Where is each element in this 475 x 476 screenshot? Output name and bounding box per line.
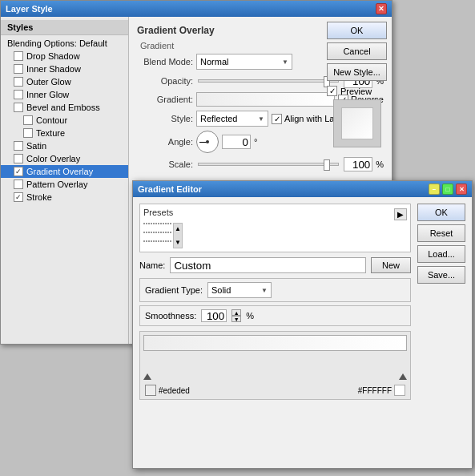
- color-swatch-left[interactable]: [145, 385, 156, 396]
- preset-swatch-11[interactable]: [170, 223, 171, 224]
- preset-swatch-8[interactable]: [163, 223, 164, 224]
- cancel-button[interactable]: Cancel: [327, 42, 387, 60]
- preset-swatch-7[interactable]: [160, 223, 162, 224]
- preset-swatch-33[interactable]: [165, 240, 167, 242]
- sidebar-item-stroke[interactable]: ✓ Stroke: [1, 191, 128, 204]
- sidebar-item-blending[interactable]: Blending Options: Default: [1, 37, 128, 50]
- sidebar-item-satin[interactable]: Satin: [1, 139, 128, 152]
- sidebar-item-inner-shadow[interactable]: Inner Shadow: [1, 63, 128, 75]
- gradient-stop-right[interactable]: [399, 373, 407, 381]
- maximize-icon[interactable]: □: [442, 184, 453, 195]
- sidebar-item-pattern-overlay[interactable]: Pattern Overlay: [1, 178, 128, 191]
- preset-swatch-24[interactable]: [143, 240, 145, 242]
- preset-swatch-6[interactable]: [158, 223, 159, 224]
- preset-swatch-22[interactable]: [167, 232, 169, 233]
- preset-swatch-15[interactable]: [151, 232, 152, 233]
- sidebar-item-bevel-emboss[interactable]: Bevel and Emboss: [1, 101, 128, 114]
- preset-swatch-28[interactable]: [153, 240, 155, 242]
- presets-scrollbar[interactable]: ▲ ▼: [173, 223, 183, 248]
- scroll-down-icon[interactable]: ▼: [173, 237, 183, 248]
- smoothness-up[interactable]: ▲: [231, 309, 241, 316]
- color-overlay-checkbox[interactable]: [14, 154, 23, 163]
- contour-checkbox[interactable]: [23, 115, 33, 125]
- preset-swatch-23[interactable]: [170, 232, 171, 233]
- preset-swatch-12[interactable]: [143, 232, 145, 233]
- ge-save-button[interactable]: Save...: [417, 266, 465, 284]
- preset-swatch-14[interactable]: [148, 232, 150, 233]
- preset-swatch-13[interactable]: [146, 232, 147, 233]
- angle-circle[interactable]: [196, 131, 219, 153]
- blend-mode-dropdown[interactable]: Normal ▼: [196, 54, 292, 70]
- opacity-slider[interactable]: [198, 79, 339, 83]
- preset-swatch-1[interactable]: [146, 223, 147, 224]
- preset-swatch-32[interactable]: [163, 240, 164, 242]
- sidebar-item-outer-glow[interactable]: Outer Glow: [1, 75, 128, 88]
- preset-swatch-19[interactable]: [160, 232, 162, 233]
- new-button[interactable]: New: [371, 257, 411, 273]
- gradient-type-arrow: ▼: [261, 287, 268, 294]
- drop-shadow-checkbox[interactable]: [14, 51, 23, 61]
- minimize-icon[interactable]: −: [429, 184, 440, 195]
- presets-menu-icon[interactable]: ▶: [394, 208, 407, 220]
- preset-swatch-9[interactable]: [165, 223, 167, 224]
- sidebar-item-color-overlay[interactable]: Color Overlay: [1, 152, 128, 165]
- preview-checkbox[interactable]: [327, 86, 337, 96]
- preset-swatch-16[interactable]: [153, 232, 155, 233]
- preset-swatch-5[interactable]: [155, 223, 157, 224]
- gradient-type-dropdown[interactable]: Solid ▼: [207, 282, 272, 298]
- ge-ok-button[interactable]: OK: [417, 204, 465, 221]
- new-style-button[interactable]: New Style...: [327, 63, 387, 81]
- preset-swatch-21[interactable]: [165, 232, 167, 233]
- preset-swatch-20[interactable]: [163, 232, 164, 233]
- preset-swatch-30[interactable]: [158, 240, 159, 242]
- inner-glow-checkbox[interactable]: [14, 90, 23, 99]
- ok-button[interactable]: OK: [327, 22, 387, 39]
- ge-reset-button[interactable]: Reset: [417, 224, 465, 242]
- smoothness-stepper: ▲ ▼: [231, 309, 241, 322]
- pattern-overlay-checkbox[interactable]: [14, 180, 23, 189]
- preset-swatch-29[interactable]: [155, 240, 157, 242]
- inner-shadow-checkbox[interactable]: [14, 64, 23, 74]
- outer-glow-checkbox[interactable]: [14, 77, 23, 87]
- preset-swatch-4[interactable]: [153, 223, 155, 224]
- preset-swatch-34[interactable]: [167, 240, 169, 242]
- texture-checkbox[interactable]: [23, 128, 33, 138]
- preset-swatch-3[interactable]: [151, 223, 152, 224]
- sidebar-item-drop-shadow[interactable]: Drop Shadow: [1, 50, 128, 63]
- smoothness-input[interactable]: [201, 309, 227, 322]
- color-swatch-right[interactable]: [394, 385, 405, 396]
- scale-thumb[interactable]: [324, 159, 330, 171]
- gradient-bar[interactable]: [143, 335, 407, 351]
- style-dropdown[interactable]: Reflected ▼: [196, 111, 268, 127]
- preset-swatch-25[interactable]: [146, 240, 147, 242]
- gradient-stop-left[interactable]: [143, 373, 151, 381]
- stroke-checkbox[interactable]: ✓: [14, 192, 23, 202]
- bevel-emboss-checkbox[interactable]: [14, 103, 23, 112]
- preset-swatch-18[interactable]: [158, 232, 159, 233]
- preset-swatch-31[interactable]: [160, 240, 162, 242]
- satin-checkbox[interactable]: [14, 141, 23, 151]
- preset-swatch-17[interactable]: [155, 232, 157, 233]
- preset-swatch-0[interactable]: [143, 223, 145, 224]
- scroll-up-icon[interactable]: ▲: [173, 224, 183, 234]
- scale-slider[interactable]: [198, 163, 339, 166]
- sidebar-item-contour[interactable]: Contour: [1, 114, 128, 127]
- sidebar-item-gradient-overlay[interactable]: ✓ Gradient Overlay: [1, 165, 128, 178]
- gradient-preview[interactable]: [196, 92, 335, 107]
- close-icon[interactable]: ✕: [456, 184, 467, 195]
- close-icon[interactable]: ✕: [376, 3, 387, 14]
- align-with-layer-checkbox[interactable]: [272, 114, 282, 124]
- sidebar-item-texture[interactable]: Texture: [1, 127, 128, 139]
- smoothness-down[interactable]: ▼: [231, 316, 241, 322]
- preset-swatch-10[interactable]: [167, 223, 169, 224]
- preset-swatch-26[interactable]: [148, 240, 150, 242]
- preset-swatch-27[interactable]: [151, 240, 152, 242]
- angle-input[interactable]: [222, 135, 251, 149]
- preset-swatch-2[interactable]: [148, 223, 150, 224]
- gradient-overlay-checkbox[interactable]: ✓: [14, 167, 23, 176]
- ge-load-button[interactable]: Load...: [417, 245, 465, 263]
- scale-input[interactable]: [344, 157, 372, 171]
- preset-swatch-35[interactable]: [170, 240, 171, 242]
- sidebar-item-inner-glow[interactable]: Inner Glow: [1, 88, 128, 101]
- name-input[interactable]: [170, 257, 366, 273]
